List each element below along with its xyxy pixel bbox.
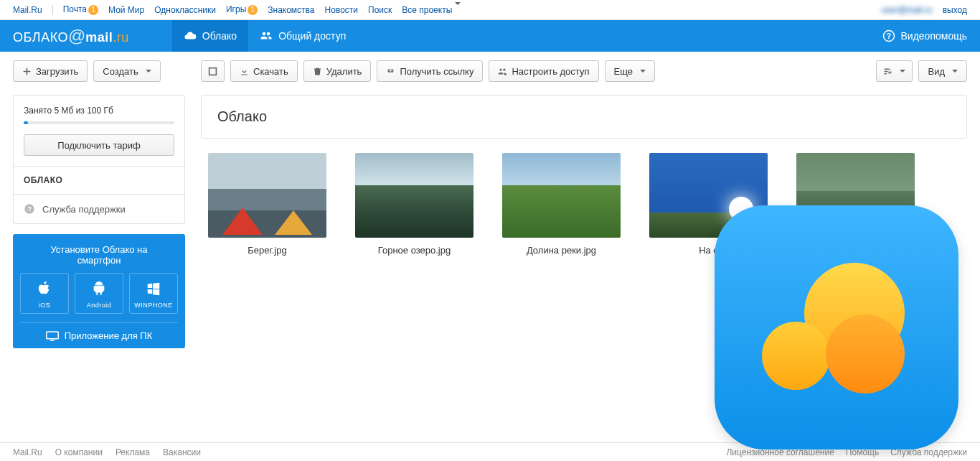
create-button[interactable]: Создать xyxy=(93,60,160,82)
storage-progress xyxy=(24,121,174,124)
sort-button[interactable] xyxy=(876,60,913,82)
file-item[interactable]: Долина реки.jpg xyxy=(502,153,621,256)
svg-text:?: ? xyxy=(886,32,890,40)
platform-winphone[interactable]: WINPHONE xyxy=(129,273,178,314)
tariff-button[interactable]: Подключить тариф xyxy=(24,134,174,156)
footer-jobs[interactable]: Вакансии xyxy=(163,447,201,457)
topnav-search[interactable]: Поиск xyxy=(368,5,392,15)
tab-cloud[interactable]: Облако xyxy=(172,20,248,52)
pc-app-link[interactable]: Приложение для ПК xyxy=(20,322,178,341)
chevron-down-icon xyxy=(455,2,461,15)
folder-title: Облако xyxy=(217,108,951,125)
help-icon: ? xyxy=(882,29,895,42)
monitor-icon xyxy=(46,331,59,341)
mobile-promo: Установите Облако на смартфон iOS Androi… xyxy=(13,234,185,348)
people-icon xyxy=(260,29,273,42)
file-toolbar: Скачать Удалить Получить ссылку Настроит… xyxy=(201,60,967,82)
upload-button[interactable]: Загрузить xyxy=(13,60,88,82)
sidebar-panel: Занято 5 Мб из 100 Гб Подключить тариф О… xyxy=(13,95,185,224)
tab-shared[interactable]: Общий доступ xyxy=(248,20,357,52)
android-icon xyxy=(91,281,107,297)
topnav: Mail.Ru Почта1 Мой Мир Одноклассники Игр… xyxy=(0,0,980,20)
platform-android[interactable]: Android xyxy=(75,273,123,314)
file-item[interactable]: Горное озеро.jpg xyxy=(355,153,473,256)
sort-icon xyxy=(883,67,892,76)
sidebar-cloud-label[interactable]: ОБЛАКО xyxy=(14,166,184,195)
windows-icon xyxy=(146,281,161,297)
more-button[interactable]: Еще xyxy=(605,60,655,82)
svg-rect-5 xyxy=(209,67,217,75)
cloud-icon xyxy=(184,29,197,42)
topnav-mail[interactable]: Почта1 xyxy=(63,4,98,15)
chevron-down-icon xyxy=(640,70,646,73)
topnav-news[interactable]: Новости xyxy=(325,5,358,15)
topnav-allprojects[interactable]: Все проекты xyxy=(402,5,461,15)
share-access-button[interactable]: Настроить доступ xyxy=(489,60,598,82)
footer-mailru[interactable]: Mail.Ru xyxy=(13,447,42,457)
chevron-down-icon xyxy=(146,70,151,73)
topnav-mailru[interactable]: Mail.Ru xyxy=(13,5,42,15)
breadcrumb: Облако xyxy=(201,95,967,139)
topnav-games[interactable]: Игры1 xyxy=(226,4,258,15)
user-email[interactable]: user@mail.ru xyxy=(881,5,933,15)
chevron-down-icon xyxy=(952,70,958,73)
delete-button[interactable]: Удалить xyxy=(303,60,372,82)
thumbnail xyxy=(208,153,326,238)
view-button[interactable]: Вид xyxy=(918,60,967,82)
topnav-ok[interactable]: Одноклассники xyxy=(154,5,216,15)
svg-text:?: ? xyxy=(27,205,32,213)
get-link-button[interactable]: Получить ссылку xyxy=(377,60,483,82)
badge-icon: 1 xyxy=(88,5,98,15)
download-icon xyxy=(240,67,249,76)
download-button[interactable]: Скачать xyxy=(230,60,298,82)
badge-icon: 1 xyxy=(248,5,258,15)
square-icon xyxy=(208,67,217,76)
people-icon xyxy=(498,67,507,76)
main-header: ОБЛАКО@mail.ru Облако Общий доступ ? Вид… xyxy=(0,20,980,52)
thumbnail xyxy=(502,153,621,238)
link-icon xyxy=(386,67,395,76)
logo[interactable]: ОБЛАКО@mail.ru xyxy=(13,26,129,46)
storage-text: Занято 5 Мб из 100 Гб xyxy=(24,106,174,116)
plus-icon xyxy=(22,67,32,76)
promo-title: Установите Облако на смартфон xyxy=(20,244,178,266)
chevron-down-icon xyxy=(900,70,905,73)
apple-icon xyxy=(37,281,52,297)
footer-about[interactable]: О компании xyxy=(55,447,103,457)
question-icon: ? xyxy=(24,203,35,215)
file-item[interactable]: Берег.jpg xyxy=(208,153,326,256)
footer-ads[interactable]: Реклама xyxy=(116,447,150,457)
logout-link[interactable]: выход xyxy=(943,5,967,15)
svg-rect-4 xyxy=(46,332,58,339)
platform-ios[interactable]: iOS xyxy=(20,273,69,314)
select-all-checkbox[interactable] xyxy=(201,60,225,82)
trash-icon xyxy=(313,67,322,76)
cloud-app-icon xyxy=(715,205,958,450)
support-link[interactable]: ? Служба поддержки xyxy=(14,195,184,223)
topnav-moimir[interactable]: Мой Мир xyxy=(108,5,144,15)
topnav-dating[interactable]: Знакомства xyxy=(268,5,314,15)
thumbnail xyxy=(355,153,473,238)
videohelp-link[interactable]: Видеопомощь xyxy=(901,30,968,42)
